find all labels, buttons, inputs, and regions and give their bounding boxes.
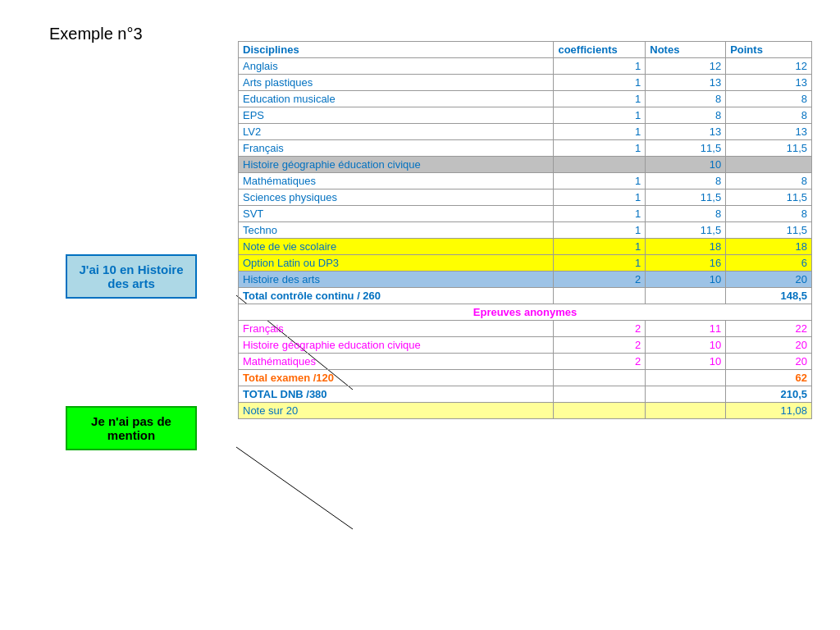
cell-discipline: Français xyxy=(239,140,554,157)
cell-coeff: 1 xyxy=(554,140,646,157)
epreuves-label: Epreuves anonymes xyxy=(239,304,812,321)
cell-discipline: Note de vie scolaire xyxy=(239,239,554,255)
cell-discipline: Total contrôle continu / 260 xyxy=(239,288,554,304)
table-row: Total examen /12062 xyxy=(239,370,812,386)
cell-discipline: LV2 xyxy=(239,124,554,140)
cell-points: 18 xyxy=(726,239,812,255)
cell-discipline: SVT xyxy=(239,206,554,222)
cell-points: 210,5 xyxy=(726,386,812,403)
table-row: Anglais11212 xyxy=(239,58,812,75)
cell-coeff: 2 xyxy=(554,272,646,288)
cell-coeff: 1 xyxy=(554,239,646,255)
table-row: Mathématiques188 xyxy=(239,173,812,189)
cell-discipline: Histoire géographie education civique xyxy=(239,337,554,354)
table-row: Sciences physiques111,511,5 xyxy=(239,189,812,206)
grades-table: Disciplines coefficients Notes Points An… xyxy=(238,41,812,419)
cell-points: 11,5 xyxy=(726,222,812,239)
cell-discipline: Histoire des arts xyxy=(239,272,554,288)
cell-points: 20 xyxy=(726,354,812,370)
cell-discipline: Anglais xyxy=(239,58,554,75)
cell-discipline: Sciences physiques xyxy=(239,189,554,206)
cell-points: 13 xyxy=(726,75,812,91)
cell-coeff: 1 xyxy=(554,222,646,239)
cell-points: 20 xyxy=(726,272,812,288)
cell-notes: 8 xyxy=(646,107,726,124)
cell-points: 11,08 xyxy=(726,403,812,419)
cell-notes: 11,5 xyxy=(646,140,726,157)
cell-discipline: Techno xyxy=(239,222,554,239)
cell-coeff xyxy=(554,288,646,304)
table-row: Note de vie scolaire11818 xyxy=(239,239,812,255)
table-row: Option Latin ou DP31166 xyxy=(239,255,812,272)
cell-discipline: Français xyxy=(239,321,554,337)
table-row: Mathématiques21020 xyxy=(239,354,812,370)
cell-notes xyxy=(646,403,726,419)
cell-coeff: 1 xyxy=(554,255,646,272)
cell-discipline: Histoire géographie éducation civique xyxy=(239,157,554,173)
cell-coeff: 1 xyxy=(554,124,646,140)
callout-mention: Je n'ai pas de mention xyxy=(66,406,197,450)
table-row: Education musicale188 xyxy=(239,91,812,107)
cell-notes: 16 xyxy=(646,255,726,272)
cell-coeff: 1 xyxy=(554,75,646,91)
cell-coeff: 1 xyxy=(554,107,646,124)
table-row: Français21122 xyxy=(239,321,812,337)
cell-points: 20 xyxy=(726,337,812,354)
header-coefficients: coefficients xyxy=(554,42,646,58)
cell-notes: 18 xyxy=(646,239,726,255)
cell-notes: 11,5 xyxy=(646,222,726,239)
cell-notes: 11,5 xyxy=(646,189,726,206)
cell-coeff xyxy=(554,370,646,386)
cell-coeff: 2 xyxy=(554,321,646,337)
cell-coeff: 1 xyxy=(554,173,646,189)
cell-discipline: Arts plastiques xyxy=(239,75,554,91)
cell-coeff xyxy=(554,157,646,173)
table-row: Epreuves anonymes xyxy=(239,304,812,321)
table-row: Français111,511,5 xyxy=(239,140,812,157)
cell-coeff xyxy=(554,386,646,403)
cell-notes: 10 xyxy=(646,157,726,173)
cell-points: 8 xyxy=(726,107,812,124)
header-disciplines: Disciplines xyxy=(239,42,554,58)
table-row: Histoire des arts21020 xyxy=(239,272,812,288)
cell-coeff: 1 xyxy=(554,91,646,107)
table-body: Anglais11212Arts plastiques11313Educatio… xyxy=(239,58,812,419)
table-row: Histoire géographie éducation civique10 xyxy=(239,157,812,173)
table-header-row: Disciplines coefficients Notes Points xyxy=(239,42,812,58)
table-row: Histoire géographie education civique210… xyxy=(239,337,812,354)
cell-discipline: Note sur 20 xyxy=(239,403,554,419)
table-row: EPS188 xyxy=(239,107,812,124)
cell-coeff: 2 xyxy=(554,337,646,354)
cell-discipline: TOTAL DNB /380 xyxy=(239,386,554,403)
cell-coeff xyxy=(554,403,646,419)
table-row: TOTAL DNB /380210,5 xyxy=(239,386,812,403)
cell-points: 11,5 xyxy=(726,140,812,157)
cell-points: 11,5 xyxy=(726,189,812,206)
grades-table-wrapper: Disciplines coefficients Notes Points An… xyxy=(238,41,812,419)
header-points: Points xyxy=(726,42,812,58)
cell-discipline: Mathématiques xyxy=(239,354,554,370)
header-notes: Notes xyxy=(646,42,726,58)
cell-discipline: Mathématiques xyxy=(239,173,554,189)
cell-notes: 8 xyxy=(646,206,726,222)
cell-discipline: Total examen /120 xyxy=(239,370,554,386)
cell-points: 13 xyxy=(726,124,812,140)
table-row: Total contrôle continu / 260148,5 xyxy=(239,288,812,304)
cell-points: 148,5 xyxy=(726,288,812,304)
cell-discipline: Option Latin ou DP3 xyxy=(239,255,554,272)
cell-coeff: 1 xyxy=(554,206,646,222)
callout-histoire-arts: J'ai 10 en Histoire des arts xyxy=(66,254,197,299)
cell-notes: 10 xyxy=(646,354,726,370)
table-row: LV211313 xyxy=(239,124,812,140)
cell-points: 8 xyxy=(726,206,812,222)
cell-notes: 13 xyxy=(646,75,726,91)
cell-notes: 10 xyxy=(646,272,726,288)
cell-coeff: 1 xyxy=(554,189,646,206)
cell-notes: 8 xyxy=(646,91,726,107)
cell-notes xyxy=(646,386,726,403)
table-row: Arts plastiques11313 xyxy=(239,75,812,91)
table-row: SVT188 xyxy=(239,206,812,222)
cell-points: 8 xyxy=(726,91,812,107)
cell-discipline: EPS xyxy=(239,107,554,124)
cell-points: 22 xyxy=(726,321,812,337)
